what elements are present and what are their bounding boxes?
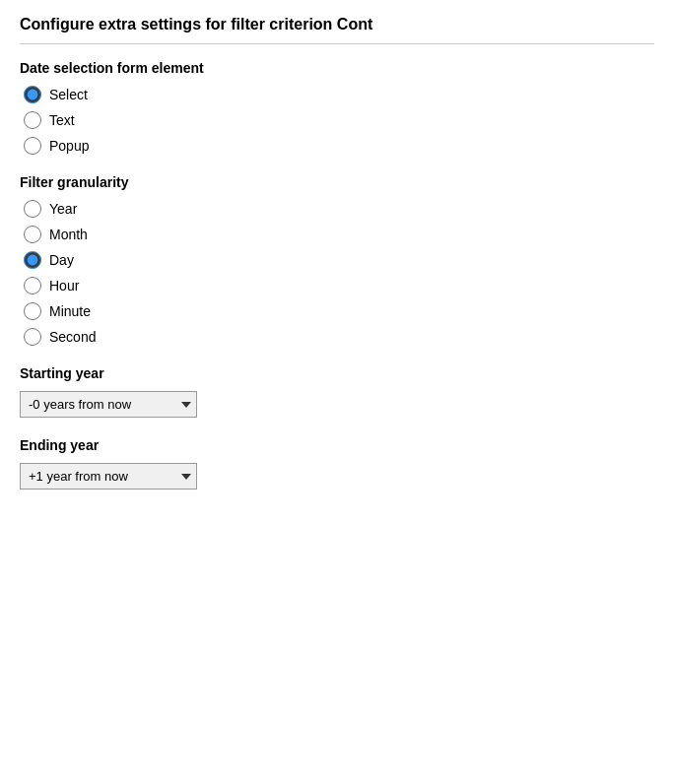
radio-select-label[interactable]: Select [49,87,88,102]
radio-hour-label[interactable]: Hour [49,278,79,294]
radio-item-popup[interactable]: Popup [24,137,654,155]
starting-year-select-wrapper: -2 years from now -1 year from now -0 ye… [20,391,197,418]
radio-hour[interactable] [24,277,41,294]
date-selection-radio-group: Select Text Popup [24,86,654,155]
ending-year-dropdown-container: -1 year from now -0 years from now +1 ye… [20,463,654,490]
radio-item-hour[interactable]: Hour [24,277,654,294]
radio-second-label[interactable]: Second [49,329,96,345]
radio-minute[interactable] [24,302,41,320]
radio-text[interactable] [24,111,41,129]
radio-day[interactable] [24,251,41,269]
filter-granularity-section: Filter granularity Year Month Day Hour M… [20,174,654,346]
radio-item-second[interactable]: Second [24,328,654,346]
ending-year-select[interactable]: -1 year from now -0 years from now +1 ye… [20,463,197,490]
radio-item-day[interactable]: Day [24,251,654,269]
radio-year-label[interactable]: Year [49,201,77,217]
filter-granularity-label: Filter granularity [20,174,654,190]
radio-popup-label[interactable]: Popup [49,138,89,154]
date-selection-section: Date selection form element Select Text … [20,60,654,155]
radio-item-minute[interactable]: Minute [24,302,654,320]
page-container: Configure extra settings for filter crit… [0,0,674,525]
starting-year-section: Starting year -2 years from now -1 year … [20,365,654,418]
radio-year[interactable] [24,200,41,218]
starting-year-select[interactable]: -2 years from now -1 year from now -0 ye… [20,391,197,418]
radio-minute-label[interactable]: Minute [49,303,91,319]
radio-item-select[interactable]: Select [24,86,654,103]
radio-popup[interactable] [24,137,41,155]
radio-month[interactable] [24,226,41,243]
date-selection-label: Date selection form element [20,60,654,76]
ending-year-label: Ending year [20,437,654,453]
radio-second[interactable] [24,328,41,346]
starting-year-dropdown-container: -2 years from now -1 year from now -0 ye… [20,391,654,418]
radio-select[interactable] [24,86,41,103]
ending-year-section: Ending year -1 year from now -0 years fr… [20,437,654,490]
radio-item-month[interactable]: Month [24,226,654,243]
starting-year-label: Starting year [20,365,654,381]
radio-month-label[interactable]: Month [49,227,88,242]
filter-granularity-radio-group: Year Month Day Hour Minute Second [24,200,654,346]
radio-item-text[interactable]: Text [24,111,654,129]
radio-item-year[interactable]: Year [24,200,654,218]
page-title: Configure extra settings for filter crit… [20,16,654,44]
radio-day-label[interactable]: Day [49,252,74,268]
ending-year-select-wrapper: -1 year from now -0 years from now +1 ye… [20,463,197,490]
radio-text-label[interactable]: Text [49,112,75,128]
